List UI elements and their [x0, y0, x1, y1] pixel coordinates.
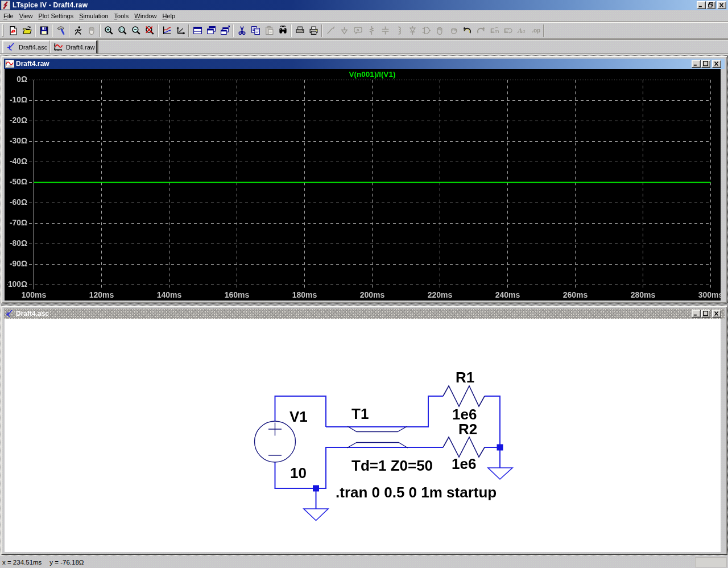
menu-file[interactable]: File [1, 11, 16, 20]
schematic-close-button[interactable] [712, 310, 721, 318]
t1-symbol[interactable] [347, 426, 408, 448]
toolbar-separator [291, 24, 292, 37]
statusbar-panel [695, 557, 727, 567]
menu-window[interactable]: Window [131, 11, 159, 20]
menu-plot-settings[interactable]: Plot Settings [35, 11, 76, 20]
close-button[interactable] [717, 1, 726, 9]
place-component-button [419, 24, 433, 38]
place-text-icon: Aa [517, 26, 527, 35]
cut-button[interactable] [235, 24, 249, 38]
paste-button [262, 24, 276, 38]
zoom-out-button[interactable] [129, 24, 143, 38]
toolbar-separator [233, 24, 234, 37]
waveform-maximize-button[interactable] [701, 60, 710, 68]
x-tick-label: 220ms [428, 290, 453, 299]
schematic-maximize-button[interactable] [701, 310, 710, 318]
y-tick-label: -90Ω [10, 260, 27, 268]
toolbar-grip[interactable] [2, 24, 3, 37]
waveform-minimize-button[interactable] [692, 60, 701, 68]
redo-button [474, 24, 487, 38]
cursor-x-readout: x = 234.51ms [2, 559, 42, 566]
y-tick-label: -50Ω [10, 178, 27, 186]
mdi-area: Draft4.raw 0Ω-10Ω-20Ω-30Ω-40Ω-50Ω-60Ω-70… [0, 53, 728, 555]
menu-tools[interactable]: Tools [111, 11, 132, 20]
toolbar-separator [158, 24, 159, 37]
rotate-icon: E [503, 26, 513, 35]
tile-windows-button[interactable] [191, 24, 204, 38]
find-button[interactable] [276, 24, 289, 38]
autorange-icon [162, 26, 172, 35]
zoom-full-button[interactable] [115, 24, 129, 38]
control-panel-button[interactable] [54, 24, 68, 38]
statusbar: x = 234.51ms y = -76.18Ω [0, 555, 728, 568]
waveform-window-titlebar[interactable]: Draft4.raw [4, 59, 725, 69]
draw-wire-button [324, 24, 337, 38]
move-icon [435, 26, 445, 35]
tabbar-end-separator [97, 40, 98, 53]
print-icon [309, 26, 318, 35]
ground-v1 [304, 509, 328, 521]
cascade-windows-icon [206, 26, 216, 35]
menu-view[interactable]: View [16, 11, 36, 20]
place-ground-button [337, 24, 351, 38]
toolbar: aEmEAa.op [0, 22, 728, 39]
y-tick-label: -60Ω [10, 198, 27, 207]
place-inductor-icon [394, 26, 404, 35]
x-tick-label: 120ms [89, 290, 114, 299]
tab-draft4.asc[interactable]: Draft4.asc [2, 40, 49, 53]
copy-button[interactable] [249, 24, 262, 38]
trace-title[interactable]: V(n001)/I(V1) [349, 70, 396, 79]
run-icon [73, 26, 83, 35]
toolbar-separator [321, 24, 322, 37]
arrange-windows-button[interactable] [218, 24, 231, 38]
draw-wire-icon [326, 26, 336, 35]
place-resistor-button [365, 24, 378, 38]
toolbar-separator [543, 24, 544, 37]
r1-symbol[interactable] [443, 386, 485, 406]
undo-button[interactable] [460, 24, 474, 38]
autorange-button[interactable] [160, 24, 173, 38]
junction [313, 485, 319, 492]
plot-settings-button[interactable] [173, 24, 187, 38]
t1-name-label: T1 [351, 405, 369, 422]
spice-directive-icon: .op [531, 26, 540, 35]
waveform-close-button[interactable] [712, 60, 721, 68]
menu-help[interactable]: Help [159, 11, 178, 20]
plot-settings-icon [176, 26, 185, 35]
print-button[interactable] [307, 24, 320, 38]
schematic-minimize-button[interactable] [692, 310, 701, 318]
minimize-button[interactable] [697, 1, 706, 9]
menu-simulation[interactable]: Simulation [76, 11, 111, 20]
save-button[interactable] [37, 24, 51, 38]
zoom-in-button[interactable] [102, 24, 115, 38]
print-preview-button[interactable] [293, 24, 307, 38]
x-tick-label: 160ms [225, 290, 250, 299]
t1-value-label: Td=1 Z0=50 [351, 457, 433, 474]
mirror-icon: Em [490, 26, 499, 35]
y-tick-label: 0Ω [16, 75, 27, 84]
tile-windows-icon [193, 26, 202, 35]
waveform-window: Draft4.raw 0Ω-10Ω-20Ω-30Ω-40Ω-50Ω-60Ω-70… [1, 56, 727, 303]
tab-draft4.raw[interactable]: Draft4.raw [49, 40, 97, 53]
schematic-canvas[interactable]: V1 10 T1 Td=1 Z0=50 R1 1e6 R2 1e6 .tran … [5, 319, 721, 552]
place-diode-icon [408, 26, 417, 35]
cascade-windows-button[interactable] [204, 24, 218, 38]
x-tick-label: 180ms [292, 290, 317, 299]
v1-symbol[interactable] [255, 421, 296, 462]
open-button[interactable] [20, 24, 34, 38]
schematic-window-titlebar[interactable]: Draft4.asc [4, 308, 725, 319]
print-preview-icon [295, 26, 305, 35]
waveform-file-icon [53, 43, 63, 51]
cursor-y-readout: y = -76.18Ω [49, 559, 84, 566]
run-button[interactable] [71, 24, 85, 38]
schematic-file-icon [5, 310, 14, 318]
waveform-file-icon [5, 60, 14, 68]
place-capacitor-button [378, 24, 392, 38]
waveform-plot-area[interactable]: 0Ω-10Ω-20Ω-30Ω-40Ω-50Ω-60Ω-70Ω-80Ω-90Ω-1… [5, 69, 721, 301]
schematic-texts[interactable]: V1 10 T1 Td=1 Z0=50 R1 1e6 R2 1e6 .tran … [289, 369, 497, 501]
restore-button[interactable] [706, 1, 715, 9]
zoom-extents-button[interactable] [143, 24, 156, 38]
r2-symbol[interactable] [443, 437, 485, 457]
tab-label: Draft4.raw [66, 44, 95, 51]
new-schematic-button[interactable] [6, 24, 20, 38]
